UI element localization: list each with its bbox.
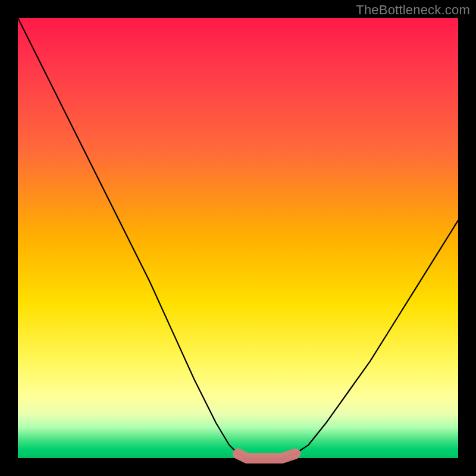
bottleneck-curve-highlight <box>238 454 295 458</box>
bottleneck-curve <box>18 18 458 458</box>
chart-stage: TheBottleneck.com <box>0 0 476 476</box>
watermark-text: TheBottleneck.com <box>356 2 470 18</box>
plot-area <box>18 18 458 458</box>
curve-svg <box>18 18 458 458</box>
